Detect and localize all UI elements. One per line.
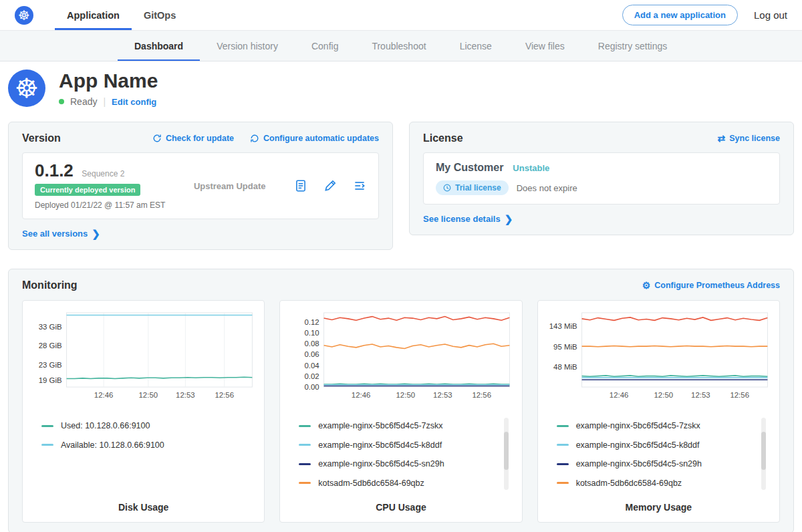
check-for-update-link[interactable]: Check for update xyxy=(152,134,234,143)
release-notes-icon[interactable] xyxy=(294,179,307,192)
chart-legend: example-nginx-5bc6f5d4c5-7zskxexample-ng… xyxy=(545,416,773,493)
current-version-box: 0.1.2 Sequence 2 Currently deployed vers… xyxy=(22,152,379,219)
kubernetes-logo-icon[interactable]: ☸ xyxy=(15,6,33,25)
svg-text:0.06: 0.06 xyxy=(305,350,319,358)
line-chart-cpu-usage: 12:4612:5012:5312:560.120.100.080.060.04… xyxy=(287,309,515,408)
version-info: 0.1.2 Sequence 2 Currently deployed vers… xyxy=(35,162,165,210)
charts-row: 12:4612:5012:5312:5633 GiB28 GiB23 GiB19… xyxy=(22,300,780,523)
svg-text:12:53: 12:53 xyxy=(691,391,710,399)
svg-text:0.12: 0.12 xyxy=(305,318,319,326)
channel-label: Unstable xyxy=(513,163,549,173)
scrollbar-thumb[interactable] xyxy=(504,432,509,469)
svg-text:48 MiB: 48 MiB xyxy=(553,363,577,371)
svg-text:12:50: 12:50 xyxy=(139,391,158,399)
logout-link[interactable]: Log out xyxy=(754,9,787,21)
trial-license-label: Trial license xyxy=(455,183,501,192)
subnav-tab-version-history[interactable]: Version history xyxy=(200,31,295,61)
edit-config-link[interactable]: Edit config xyxy=(112,97,156,107)
svg-text:0.04: 0.04 xyxy=(305,362,320,370)
legend-item: example-nginx-5bc6f5d4c5-7zskx xyxy=(557,416,773,436)
version-card: Version Check for update Configure autom… xyxy=(8,122,393,250)
subnav-tab-config[interactable]: Config xyxy=(295,31,355,61)
chart-panel-memory-usage: 12:4612:5012:5312:56143 MiB95 MiB48 MiBe… xyxy=(537,300,780,523)
helm-wheel-glyph: ☸ xyxy=(15,75,39,102)
chart-title: Disk Usage xyxy=(29,502,257,513)
topbar-right: Add a new application Log out xyxy=(622,5,787,25)
license-details-box: My Customer Unstable Trial license Does … xyxy=(423,152,780,205)
app-header: ☸ App Name Ready | Edit config xyxy=(0,61,802,115)
see-all-versions-link[interactable]: See all versions ❯ xyxy=(22,229,100,239)
configure-automatic-updates-link[interactable]: Configure automatic updates xyxy=(250,134,379,143)
upstream-update-label: Upstream Update xyxy=(194,181,266,191)
monitoring-card: Monitoring ⚙ Configure Prometheus Addres… xyxy=(8,269,794,532)
scrollbar-thumb[interactable] xyxy=(761,432,766,469)
add-application-button[interactable]: Add a new application xyxy=(622,5,738,25)
legend-scrollbar[interactable] xyxy=(504,418,509,490)
legend-item: Available: 10.128.0.66:9100 xyxy=(41,435,257,454)
app-logo-icon: ☸ xyxy=(8,70,45,107)
gear-icon: ⚙ xyxy=(642,281,651,290)
configure-prometheus-link[interactable]: ⚙ Configure Prometheus Address xyxy=(642,281,780,290)
status-label: Ready xyxy=(70,96,97,107)
svg-text:12:50: 12:50 xyxy=(654,391,673,399)
svg-text:12:46: 12:46 xyxy=(352,391,371,399)
app-header-text: App Name Ready | Edit config xyxy=(59,70,158,107)
trial-license-badge: Trial license xyxy=(436,180,509,195)
legend-swatch xyxy=(557,444,569,446)
legend-item: example-nginx-5bc6f5d4c5-sn29h xyxy=(299,454,515,474)
main-content: Version Check for update Configure autom… xyxy=(0,115,802,532)
edit-config-icon[interactable] xyxy=(323,179,337,192)
legend-swatch xyxy=(299,444,311,446)
subnav-tab-license[interactable]: License xyxy=(443,31,509,61)
svg-text:12:56: 12:56 xyxy=(215,391,234,399)
legend-label: kotsadm-5db6dc6584-69qbz xyxy=(576,479,682,488)
svg-text:28 GiB: 28 GiB xyxy=(39,342,62,350)
sequence-label: Sequence 2 xyxy=(82,169,124,178)
svg-text:33 GiB: 33 GiB xyxy=(39,323,62,331)
svg-text:19 GiB: 19 GiB xyxy=(39,376,62,384)
subnav: DashboardVersion historyConfigTroublesho… xyxy=(0,31,802,61)
legend-label: example-nginx-5bc6f5d4c5-k8ddf xyxy=(318,440,442,450)
sync-license-link[interactable]: ⇄ Sync license xyxy=(718,134,780,143)
tab-gitops[interactable]: GitOps xyxy=(132,0,188,30)
legend-label: example-nginx-5bc6f5d4c5-7zskx xyxy=(576,421,700,430)
status-dot-icon xyxy=(59,99,64,104)
legend-swatch xyxy=(299,463,311,465)
helm-wheel-glyph: ☸ xyxy=(18,9,30,22)
subnav-tab-dashboard[interactable]: Dashboard xyxy=(118,31,200,61)
subnav-tab-troubleshoot[interactable]: Troubleshoot xyxy=(355,31,442,61)
legend-item: Used: 10.128.0.66:9100 xyxy=(41,416,257,436)
legend-swatch xyxy=(299,425,311,427)
monitoring-header: Monitoring ⚙ Configure Prometheus Addres… xyxy=(22,279,780,291)
deploy-logs-icon[interactable] xyxy=(353,179,366,192)
customer-row: My Customer Unstable xyxy=(436,162,767,174)
legend-swatch xyxy=(557,463,569,465)
clock-icon xyxy=(443,184,451,192)
svg-text:12:53: 12:53 xyxy=(433,391,452,399)
legend-scrollbar[interactable] xyxy=(761,418,766,490)
legend-item: example-nginx-5bc6f5d4c5-k8ddf xyxy=(557,435,773,454)
tab-application[interactable]: Application xyxy=(55,0,132,30)
see-license-details-link[interactable]: See license details ❯ xyxy=(423,214,513,224)
svg-text:12:46: 12:46 xyxy=(94,391,114,399)
cards-row: Version Check for update Configure autom… xyxy=(8,122,794,250)
svg-text:0.00: 0.00 xyxy=(305,383,319,391)
top-tabs: Application GitOps xyxy=(55,0,188,30)
legend-label: example-nginx-5bc6f5d4c5-k8ddf xyxy=(576,440,700,450)
monitoring-title: Monitoring xyxy=(22,279,78,291)
check-for-update-label: Check for update xyxy=(166,134,234,143)
legend-label: Used: 10.128.0.66:9100 xyxy=(61,421,150,430)
version-number-row: 0.1.2 Sequence 2 xyxy=(35,162,165,179)
deployed-version-badge: Currently deployed version xyxy=(35,184,140,196)
legend-swatch xyxy=(557,482,569,484)
subnav-tab-registry-settings[interactable]: Registry settings xyxy=(581,31,684,61)
line-chart-disk-usage: 12:4612:5012:5312:5633 GiB28 GiB23 GiB19… xyxy=(29,309,257,408)
version-card-title: Version xyxy=(22,132,61,144)
subnav-tab-view-files[interactable]: View files xyxy=(509,31,581,61)
svg-text:12:53: 12:53 xyxy=(176,391,195,399)
legend-item: example-nginx-5bc6f5d4c5-k8ddf xyxy=(299,435,515,454)
app-status-row: Ready | Edit config xyxy=(59,96,158,107)
chart-panel-cpu-usage: 12:4612:5012:5312:560.120.100.080.060.04… xyxy=(279,300,522,523)
version-action-icons xyxy=(294,179,366,192)
svg-text:0.08: 0.08 xyxy=(305,340,319,348)
